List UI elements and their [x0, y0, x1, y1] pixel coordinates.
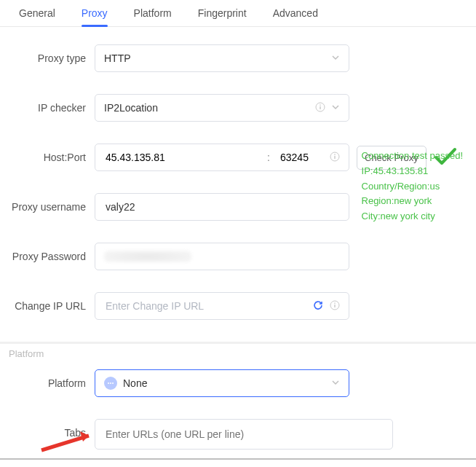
- annotation-arrow: [38, 427, 103, 458]
- tab-general[interactable]: General: [6, 0, 68, 26]
- svg-rect-2: [320, 106, 320, 109]
- ip-checker-value: IP2Location: [104, 102, 158, 114]
- svg-point-10: [110, 382, 111, 384]
- status-line-5: City:new york city: [362, 209, 463, 224]
- platform-select[interactable]: None: [95, 369, 349, 397]
- label-host-port: Host:Port: [7, 144, 95, 165]
- platform-icon: [104, 377, 117, 390]
- chevron-down-icon: [331, 52, 340, 64]
- proxy-username-input-wrap: [95, 193, 349, 221]
- proxy-password-input-wrap: [95, 243, 349, 270]
- label-change-ip-url: Change IP URL: [7, 292, 95, 313]
- tab-advanced[interactable]: Advanced: [260, 0, 331, 26]
- tabs-bar: General Proxy Platform Fingerprint Advan…: [0, 0, 476, 27]
- label-platform: Platform: [7, 369, 95, 391]
- svg-line-12: [41, 436, 89, 450]
- info-icon: [315, 102, 325, 114]
- tabs-textarea[interactable]: [104, 427, 384, 442]
- proxy-type-select[interactable]: HTTP: [95, 44, 349, 72]
- tabs-textarea-wrap: [95, 419, 393, 450]
- host-input[interactable]: [104, 151, 258, 164]
- status-line-1: Connection test passed!: [362, 149, 463, 164]
- ip-checker-select[interactable]: IP2Location: [95, 94, 349, 122]
- label-proxy-username: Proxy username: [7, 193, 95, 214]
- svg-rect-5: [334, 156, 335, 159]
- status-line-3: Country/Region:us: [362, 179, 463, 195]
- proxy-form: Proxy type HTTP IP checker IP2Location: [0, 27, 476, 450]
- svg-rect-1: [320, 104, 320, 105]
- refresh-icon[interactable]: [312, 299, 324, 313]
- chevron-down-icon: [331, 102, 340, 114]
- proxy-username-input[interactable]: [104, 200, 340, 213]
- svg-rect-7: [334, 302, 335, 303]
- colon-separator: :: [258, 152, 279, 163]
- chevron-down-icon: [331, 377, 340, 389]
- proxy-test-result: Connection test passed! IP:45.43.135.81 …: [362, 149, 463, 224]
- tab-platform[interactable]: Platform: [121, 0, 185, 26]
- tab-proxy[interactable]: Proxy: [68, 0, 121, 26]
- platform-value: None: [123, 377, 147, 389]
- proxy-type-value: HTTP: [104, 52, 131, 64]
- svg-point-11: [112, 382, 114, 384]
- change-ip-url-input[interactable]: [104, 299, 312, 313]
- svg-rect-8: [334, 305, 335, 307]
- info-icon: [330, 152, 340, 164]
- label-ip-checker: IP checker: [7, 94, 95, 115]
- info-icon: [330, 300, 340, 313]
- status-line-2: IP:45.43.135.81: [362, 164, 463, 179]
- label-proxy-type: Proxy type: [7, 44, 95, 66]
- svg-rect-4: [334, 154, 335, 154]
- svg-point-9: [108, 382, 109, 384]
- bottom-bar: OK Cancel: [0, 458, 476, 467]
- tab-fingerprint[interactable]: Fingerprint: [185, 0, 260, 26]
- port-input[interactable]: [279, 151, 322, 164]
- change-ip-url-input-wrap: [95, 292, 349, 320]
- password-masked: [104, 251, 191, 262]
- host-port-group: :: [95, 144, 349, 171]
- platform-section-label: Platform: [0, 342, 476, 359]
- status-line-4: Region:new york: [362, 194, 463, 209]
- label-proxy-password: Proxy Password: [7, 243, 95, 264]
